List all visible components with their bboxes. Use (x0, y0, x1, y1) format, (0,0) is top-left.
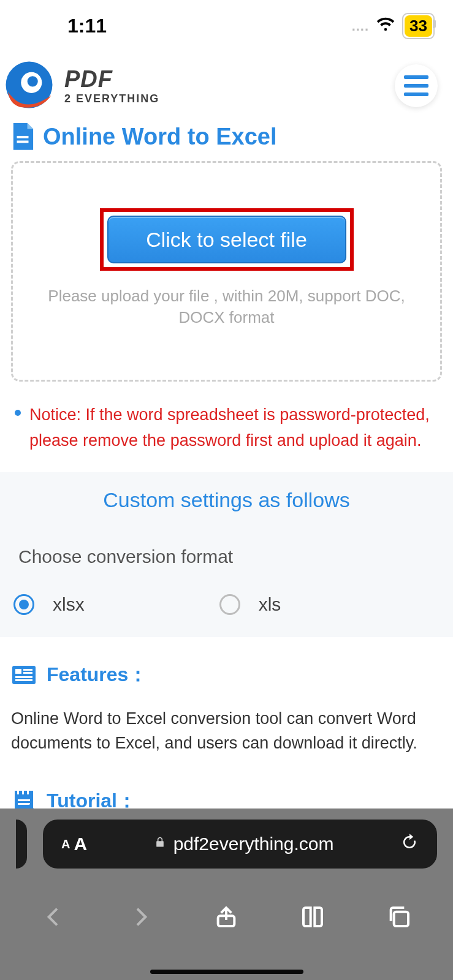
svg-rect-7 (23, 669, 32, 671)
document-icon (11, 123, 34, 150)
browser-toolbar (0, 869, 453, 980)
battery-icon: 33 (402, 13, 435, 39)
radio-option-xlsx[interactable]: xlsx (13, 594, 85, 615)
radio-label: xlsx (53, 594, 85, 615)
features-title: Features： (47, 662, 148, 688)
svg-rect-13 (17, 790, 19, 794)
menu-button[interactable] (395, 64, 438, 107)
upload-hint: Please upload your file , within 20M, su… (13, 285, 440, 328)
status-time: 1:11 (67, 15, 107, 37)
reload-button[interactable] (400, 833, 419, 856)
bullet-icon (15, 410, 21, 416)
select-file-button[interactable]: Click to select file (107, 216, 346, 263)
bookmarks-button[interactable] (300, 905, 325, 932)
settings-title: Custom settings as follows (13, 488, 440, 512)
svg-rect-3 (17, 136, 28, 138)
radio-icon (219, 594, 240, 615)
svg-rect-4 (17, 140, 28, 143)
svg-rect-5 (12, 666, 36, 684)
logo-icon (0, 57, 58, 115)
forward-button[interactable] (128, 905, 153, 932)
tabs-button[interactable] (387, 905, 411, 932)
svg-rect-10 (15, 679, 32, 681)
svg-rect-6 (15, 669, 21, 674)
home-indicator[interactable] (150, 970, 303, 974)
wifi-icon (375, 13, 396, 39)
radio-icon (13, 594, 34, 615)
share-button[interactable] (214, 905, 238, 932)
url-bar[interactable]: AA pdf2everything.com (43, 820, 437, 869)
svg-rect-15 (27, 790, 29, 794)
svg-rect-17 (18, 803, 30, 805)
radio-label: xls (259, 594, 281, 615)
text-size-button[interactable]: AA (61, 834, 87, 854)
radio-option-xls[interactable]: xls (219, 594, 281, 615)
hamburger-icon (404, 75, 428, 79)
page-title: Online Word to Excel (43, 124, 276, 150)
app-header: PDF 2 EVERYTHING (0, 52, 453, 119)
browser-chrome: AA pdf2everything.com (0, 809, 453, 980)
logo[interactable]: PDF 2 EVERYTHING (0, 57, 159, 115)
page-title-row: Online Word to Excel (0, 119, 453, 159)
notice-text: Notice: If the word spreadsheet is passw… (29, 402, 438, 454)
svg-rect-16 (18, 799, 30, 801)
svg-rect-9 (15, 676, 32, 678)
svg-rect-19 (394, 912, 408, 926)
svg-rect-14 (22, 790, 24, 794)
features-body: Online Word to Excel conversion tool can… (0, 697, 453, 763)
highlight-box: Click to select file (100, 208, 354, 271)
status-bar: 1:11 .... 33 (0, 0, 453, 52)
features-icon (11, 662, 37, 688)
settings-panel: Custom settings as follows Choose conver… (0, 472, 453, 637)
logo-text-main: PDF (64, 66, 159, 92)
tab-peek[interactable] (16, 820, 27, 869)
logo-text-sub: 2 EVERYTHING (64, 92, 159, 105)
upload-dropzone[interactable]: Click to select file Please upload your … (11, 161, 442, 382)
battery-percent: 33 (405, 15, 432, 37)
back-button[interactable] (42, 905, 66, 932)
svg-rect-8 (23, 672, 32, 674)
url-text: pdf2everything.com (173, 834, 334, 854)
features-header: Features： (0, 637, 453, 697)
svg-point-2 (28, 76, 38, 86)
notice: Notice: If the word spreadsheet is passw… (0, 393, 453, 472)
cell-dots: .... (352, 18, 369, 34)
lock-icon (154, 836, 166, 852)
format-label: Choose conversion format (13, 546, 440, 567)
